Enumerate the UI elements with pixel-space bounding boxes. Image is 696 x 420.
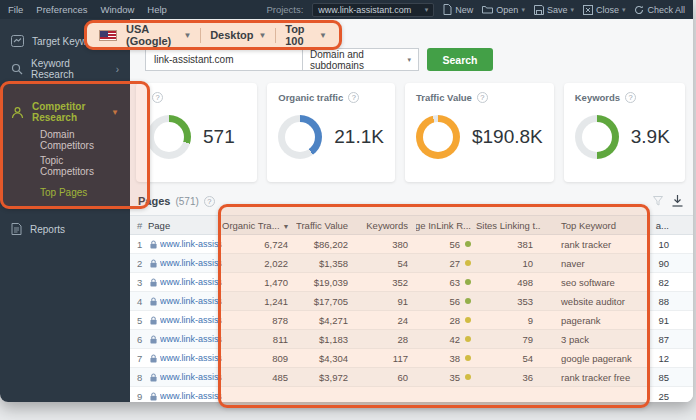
chevron-down-icon: ▾ [425,6,429,14]
chevron-down-icon: ▾ [407,56,411,64]
donut-gauge [575,115,619,159]
depth-dropdown[interactable]: Top 100 ▼ [285,23,327,47]
report-document-icon [11,223,22,235]
sidebar-item-keyword-research[interactable]: Keyword Research › [0,55,130,83]
help-icon[interactable]: ? [152,92,163,103]
preferences-callout: USA (Google) ▼ Desktop ▼ Top 100 ▼ [84,20,342,50]
row-number: 8 [130,372,148,383]
new-button[interactable]: New [443,4,473,15]
project-dropdown[interactable]: www.link-assistant.com ▾ [312,3,434,17]
lock-icon [150,316,157,325]
row-number: 9 [130,391,148,402]
lock-icon [150,278,157,287]
extra-cell: 10 [649,239,677,250]
extra-cell: 85 [649,372,677,383]
extra-cell: 90 [649,258,677,269]
row-number: 4 [130,296,148,307]
extra-cell: 91 [649,315,677,326]
scope-dropdown[interactable]: Domain and subdomains ▾ [302,48,419,71]
row-number: 5 [130,315,148,326]
chevron-down-icon: ▼ [319,31,327,40]
lock-icon [150,354,157,363]
donut-gauge [278,115,322,159]
chevron-down-icon[interactable]: ▾ [570,6,574,14]
open-button[interactable]: Open▾ [482,5,525,15]
menu-help[interactable]: Help [147,4,167,15]
help-icon[interactable]: ? [625,92,636,103]
save-floppy-icon [534,5,544,15]
extra-cell: 82 [649,277,677,288]
lock-icon [150,392,157,401]
device-dropdown[interactable]: Desktop ▼ [210,29,266,41]
row-number: 3 [130,277,148,288]
divider [200,28,201,43]
metric-value: $190.8K [472,126,543,148]
check-all-button[interactable]: Check All [634,5,685,15]
metric-value: 3.9K [631,126,670,148]
extra-cell: 88 [649,296,677,307]
page-link[interactable]: www.link-assistant.com… [148,334,222,344]
menubar: File Preferences Window Help Projects: w… [0,0,693,19]
search-icon [11,63,23,75]
sidebar-item-reports[interactable]: Reports [0,215,130,243]
projects-label: Projects: [266,4,303,15]
metric-value: 571 [203,126,235,148]
page-link[interactable]: www.link-assistant.com… [148,372,222,382]
help-icon[interactable]: ? [477,92,488,103]
metric-card-pages: ? 571 [136,83,257,182]
column-header[interactable]: a... [649,220,677,231]
domain-input[interactable]: link-assistant.com [145,48,303,71]
help-icon[interactable]: ? [204,196,215,207]
chevron-down-icon[interactable]: ▾ [521,6,525,14]
table-columns-callout [218,204,650,408]
download-icon[interactable] [672,195,683,207]
search-engine-dropdown[interactable]: USA (Google) ▼ [126,23,191,47]
row-number: 6 [130,334,148,345]
page-link[interactable]: www.link-assistant.com… [148,315,222,325]
competitor-research-callout [0,81,150,209]
lock-icon [150,335,157,344]
extra-cell: 87 [649,334,677,345]
column-header[interactable]: # [130,220,148,231]
page-link[interactable]: www.link-assistant.com… [148,239,222,249]
search-button[interactable]: Search [427,48,493,71]
menu-file[interactable]: File [8,4,23,15]
row-number: 1 [130,239,148,250]
page-link[interactable]: www.link-assistant.com… [148,258,222,268]
lock-icon [150,259,157,268]
project-name: www.link-assistant.com [318,5,411,15]
sidebar: Target Keywords Keyword Research › Compe… [0,19,130,402]
donut-gauge [416,115,460,159]
open-folder-icon [482,5,493,14]
chevron-down-icon[interactable]: ▾ [622,6,626,14]
filter-icon[interactable] [653,196,663,206]
menu-window[interactable]: Window [101,4,135,15]
page-link[interactable]: www.link-assistant.com… [148,296,222,306]
row-number: 7 [130,353,148,364]
column-header[interactable]: Page [148,220,222,231]
new-document-icon [443,4,452,15]
metric-card-traffic-value: Traffic Value ? $190.8K [405,83,554,182]
us-flag-icon [99,30,117,41]
refresh-icon [634,5,644,15]
close-button[interactable]: Close▾ [583,5,626,15]
save-button[interactable]: Save▾ [534,5,574,15]
target-keywords-icon [11,35,24,47]
lock-icon [150,373,157,382]
chevron-down-icon: ▼ [183,31,191,40]
metric-cards: ? 571 Organic traffic ? 21.1K Traffic [136,83,685,182]
table-count: (571) [175,196,198,207]
metric-value: 21.1K [334,126,384,148]
menu-preferences[interactable]: Preferences [36,4,87,15]
help-icon[interactable]: ? [348,92,359,103]
domain-search-bar: link-assistant.com Domain and subdomains… [145,48,693,71]
page-link[interactable]: www.link-assistant.com… [148,353,222,363]
row-number: 2 [130,258,148,269]
page-link[interactable]: www.link-assistant.com… [148,391,222,401]
chevron-down-icon: ▼ [259,31,267,40]
lock-icon [150,240,157,249]
page-link[interactable]: www.link-assistant.com… [148,277,222,287]
metric-card-keywords: Keywords ? 3.9K [564,83,685,182]
close-icon [583,5,593,15]
metric-card-organic-traffic: Organic traffic ? 21.1K [267,83,395,182]
